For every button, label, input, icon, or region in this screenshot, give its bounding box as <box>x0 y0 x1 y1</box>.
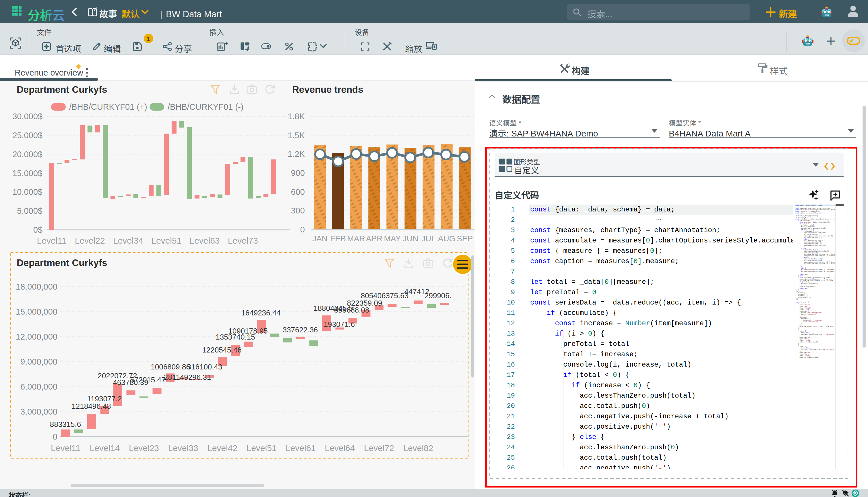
svg-text:Level14: Level14 <box>90 441 120 454</box>
svg-text:Level23: Level23 <box>129 441 159 454</box>
svg-text:805406375.63: 805406375.63 <box>361 289 409 300</box>
svg-text:30,000$: 30,000$ <box>12 110 43 122</box>
svg-text:/BHB/CURKYF01 (-): /BHB/CURKYF01 (-) <box>167 100 244 112</box>
svg-text:Level11: Level11 <box>37 233 67 246</box>
svg-text:300: 300 <box>291 204 305 216</box>
svg-text:FEB: FEB <box>330 232 345 244</box>
svg-text:5,000$: 5,000$ <box>17 204 43 216</box>
svg-text:0: 0 <box>53 430 57 442</box>
svg-text:1649236.44: 1649236.44 <box>241 307 280 317</box>
svg-text:Level72: Level72 <box>364 441 394 454</box>
svg-text:12,000,000: 12,000,000 <box>16 330 57 342</box>
svg-text:1220545.46: 1220545.46 <box>202 344 241 355</box>
svg-text:APR: APR <box>366 232 383 244</box>
svg-text:Level63: Level63 <box>189 233 220 246</box>
svg-text:6,000,000: 6,000,000 <box>20 380 57 392</box>
svg-text:0: 0 <box>300 223 305 235</box>
svg-text:193071.6: 193071.6 <box>324 318 355 329</box>
svg-text:1006809.86: 1006809.86 <box>151 361 190 371</box>
svg-text:Level51: Level51 <box>246 441 276 454</box>
svg-text:Level61: Level61 <box>285 441 316 454</box>
svg-text:25,000$: 25,000$ <box>12 128 43 141</box>
svg-text:316100.43: 316100.43 <box>187 361 222 371</box>
svg-text:20,000$: 20,000$ <box>12 147 43 159</box>
svg-text:15,000$: 15,000$ <box>12 166 43 179</box>
svg-text:3,000,000: 3,000,000 <box>20 405 57 417</box>
svg-text:1090178.95: 1090178.95 <box>228 325 267 336</box>
svg-text:/BHB/CURKYF01 (+): /BHB/CURKYF01 (+) <box>69 100 147 112</box>
svg-text:1.2K: 1.2K <box>288 147 305 159</box>
svg-text:Level11: Level11 <box>51 441 80 454</box>
svg-text:15,000,000: 15,000,000 <box>16 305 57 317</box>
svg-text:281149296.31: 281149296.31 <box>164 371 211 382</box>
svg-text:1.8K: 1.8K <box>288 110 305 122</box>
svg-text:SEP: SEP <box>457 232 473 244</box>
svg-text:JUN: JUN <box>403 232 418 244</box>
svg-text:337622.36: 337622.36 <box>283 324 318 335</box>
svg-text:299906.: 299906. <box>425 289 452 300</box>
svg-text:9,000,000: 9,000,000 <box>20 355 57 367</box>
svg-text:MAY: MAY <box>384 232 401 244</box>
svg-text:900: 900 <box>291 166 305 178</box>
svg-text:Level34: Level34 <box>113 233 143 246</box>
svg-text:Level64: Level64 <box>325 441 355 454</box>
svg-text:572015.47: 572015.47 <box>130 374 166 384</box>
svg-text:Level51: Level51 <box>151 233 181 246</box>
svg-text:Revenue trends: Revenue trends <box>292 82 363 96</box>
svg-text:JUL: JUL <box>421 232 436 244</box>
svg-text:MAR: MAR <box>347 232 365 244</box>
svg-text:AUG: AUG <box>438 232 456 244</box>
svg-text:1.5K: 1.5K <box>288 128 305 141</box>
svg-text:10,000$: 10,000$ <box>12 185 43 197</box>
svg-text:Level33: Level33 <box>168 441 198 454</box>
svg-text:Department Curkyfs: Department Curkyfs <box>17 255 107 269</box>
svg-text:Level42: Level42 <box>207 441 237 454</box>
svg-text:883315.6: 883315.6 <box>50 418 81 429</box>
svg-text:0$: 0$ <box>33 223 43 235</box>
svg-text:18,000,000: 18,000,000 <box>16 280 57 292</box>
svg-text:JAN: JAN <box>312 232 327 244</box>
svg-text:Level82: Level82 <box>403 441 433 454</box>
svg-text:1193077.2: 1193077.2 <box>87 393 122 403</box>
svg-text:Level22: Level22 <box>75 233 105 246</box>
svg-text:600: 600 <box>291 185 305 197</box>
svg-text:Department Curkyfs: Department Curkyfs <box>17 82 107 96</box>
svg-text:Level73: Level73 <box>228 233 258 246</box>
